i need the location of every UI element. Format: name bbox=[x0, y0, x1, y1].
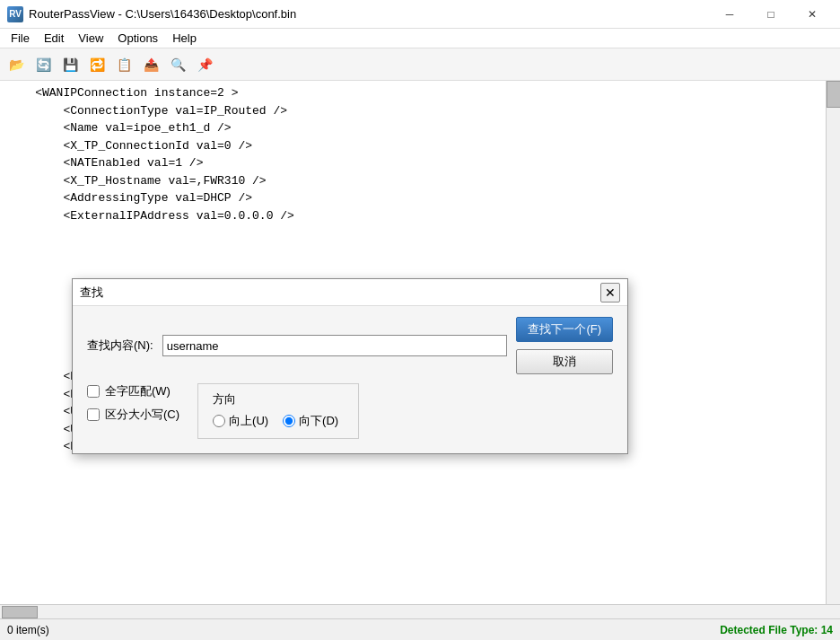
direction-title: 方向 bbox=[213, 391, 344, 408]
down-radio-label[interactable]: 向下(D) bbox=[283, 413, 338, 429]
dialog-body: 查找内容(N): 查找下一个(F) 取消 全字匹配(W) 区分大小写(C) bbox=[73, 306, 627, 453]
down-radio[interactable] bbox=[283, 415, 295, 427]
up-radio-label[interactable]: 向上(U) bbox=[213, 413, 268, 429]
dialog-close-button[interactable]: ✕ bbox=[600, 283, 620, 302]
direction-group: 方向 向上(U) 向下(D) bbox=[197, 383, 359, 439]
case-sensitive-checkbox[interactable] bbox=[87, 408, 100, 421]
dialog-overlay: 查找 ✕ 查找内容(N): 查找下一个(F) 取消 全字匹配(W) bbox=[0, 0, 840, 640]
search-row: 查找内容(N): 查找下一个(F) 取消 bbox=[87, 317, 613, 374]
find-next-button[interactable]: 查找下一个(F) bbox=[516, 317, 613, 342]
search-label: 查找内容(N): bbox=[87, 338, 153, 354]
find-dialog: 查找 ✕ 查找内容(N): 查找下一个(F) 取消 全字匹配(W) bbox=[72, 278, 628, 454]
up-radio[interactable] bbox=[213, 415, 225, 427]
case-sensitive-label[interactable]: 区分大小写(C) bbox=[87, 407, 179, 423]
options-row: 全字匹配(W) 区分大小写(C) 方向 向上(U) bbox=[87, 383, 613, 439]
radio-row: 向上(U) 向下(D) bbox=[213, 413, 344, 429]
checkbox-group: 全字匹配(W) 区分大小写(C) bbox=[87, 383, 179, 423]
whole-word-checkbox[interactable] bbox=[87, 385, 100, 398]
search-input[interactable] bbox=[162, 335, 508, 356]
dialog-title-bar: 查找 ✕ bbox=[73, 279, 627, 306]
cancel-button[interactable]: 取消 bbox=[516, 349, 613, 374]
dialog-title: 查找 bbox=[80, 285, 600, 301]
dialog-buttons: 查找下一个(F) 取消 bbox=[516, 317, 613, 374]
whole-word-label[interactable]: 全字匹配(W) bbox=[87, 383, 179, 399]
